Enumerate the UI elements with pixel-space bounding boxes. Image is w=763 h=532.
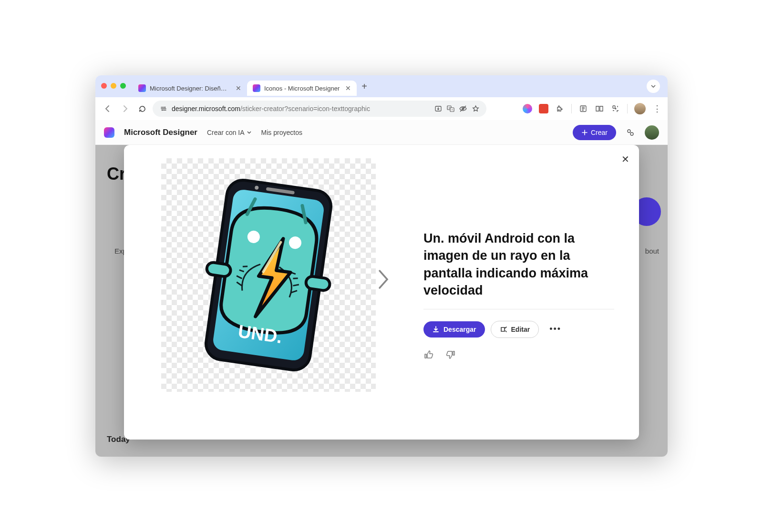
image-preview-modal: ✕ [124,145,639,440]
svg-point-0 [165,107,166,108]
edit-button[interactable]: Editar [491,321,539,338]
designer-logo-icon[interactable] [104,127,114,138]
user-avatar[interactable] [645,125,659,140]
maximize-window-button[interactable] [120,83,126,89]
bg-label-right: bout [645,247,659,255]
svg-point-1 [162,110,163,111]
browser-menu-icon[interactable]: ⋮ [652,104,662,113]
android-phone-lightning-icon: UND. [174,164,362,385]
nav-crear-con-ia[interactable]: Crear con IA [207,129,252,136]
bookmark-star-icon[interactable] [471,104,480,113]
forward-button[interactable] [118,102,132,115]
tab-overflow-button[interactable] [647,80,660,93]
browser-window: Microsoft Designer: Diseños s ✕ Iconos -… [95,75,668,457]
install-app-icon[interactable] [434,104,443,113]
svg-point-10 [615,108,617,110]
download-button[interactable]: Descargar [423,321,485,338]
close-tab-button[interactable]: ✕ [345,84,351,92]
back-button[interactable] [101,102,114,115]
new-tab-button[interactable]: + [357,79,372,94]
more-options-button[interactable]: ••• [545,321,566,337]
nav-mis-proyectos[interactable]: Mis proyectos [261,129,302,136]
profile-avatar[interactable] [634,103,646,114]
bg-heading: Cr [107,164,126,184]
svg-rect-9 [613,106,615,108]
modal-backdrop[interactable]: Cr Exp bout Today ✕ [95,145,668,457]
url-text: designer.microsoft.com/sticker-creator?s… [172,105,370,113]
next-image-button[interactable] [377,269,390,294]
tab-title: Iconos - Microsoft Designer [264,85,340,92]
todoist-extension-icon[interactable] [539,104,548,113]
minimize-window-button[interactable] [111,83,116,89]
browser-toolbar: designer.microsoft.com/sticker-creator?s… [95,97,668,120]
window-controls [101,83,126,89]
svg-rect-21 [206,262,231,277]
notifications-icon[interactable] [626,128,635,137]
extensions-puzzle-icon[interactable] [555,104,565,113]
reading-list-icon[interactable] [578,104,588,113]
svg-point-12 [630,133,633,135]
details-panel: Un. móvil Android con la imagen de un ra… [423,230,614,426]
edit-icon [500,326,507,333]
plus-icon [581,129,588,136]
thumbs-up-button[interactable] [423,349,434,362]
svg-point-11 [628,130,630,133]
reader-mode-icon[interactable] [595,104,604,113]
download-icon [432,326,440,333]
close-modal-button[interactable]: ✕ [621,153,629,165]
app-header: Microsoft Designer Crear con IA Mis proy… [95,120,668,145]
tab-title: Microsoft Designer: Diseños s [150,85,230,92]
designer-favicon-icon [138,84,146,92]
tab-bar: Microsoft Designer: Diseños s ✕ Iconos -… [95,75,668,97]
crear-button[interactable]: Crear [573,125,616,140]
close-tab-button[interactable]: ✕ [236,84,241,92]
address-bar[interactable]: designer.microsoft.com/sticker-creator?s… [153,101,486,117]
svg-text:文: 文 [448,106,451,109]
browser-tab-inactive[interactable]: Microsoft Designer: Diseños s ✕ [133,81,247,96]
close-window-button[interactable] [101,83,107,89]
svg-rect-22 [305,276,330,291]
lens-icon[interactable] [611,104,620,113]
chevron-down-icon [247,130,252,135]
designer-favicon-icon [253,84,260,92]
eye-off-icon[interactable] [459,104,467,113]
feedback-row [423,349,614,362]
reload-button[interactable] [135,102,149,115]
thumbs-down-button[interactable] [445,349,456,362]
app-title: Microsoft Designer [124,128,197,137]
generated-image[interactable]: UND. [161,158,376,392]
extension-icon[interactable] [523,104,532,113]
prompt-text: Un. móvil Android con la imagen de un ra… [423,230,614,309]
browser-tab-active[interactable]: Iconos - Microsoft Designer ✕ [247,81,357,96]
translate-icon[interactable]: 文A [446,104,455,113]
action-row: Descargar Editar ••• [423,321,614,338]
site-settings-icon[interactable] [159,104,168,113]
